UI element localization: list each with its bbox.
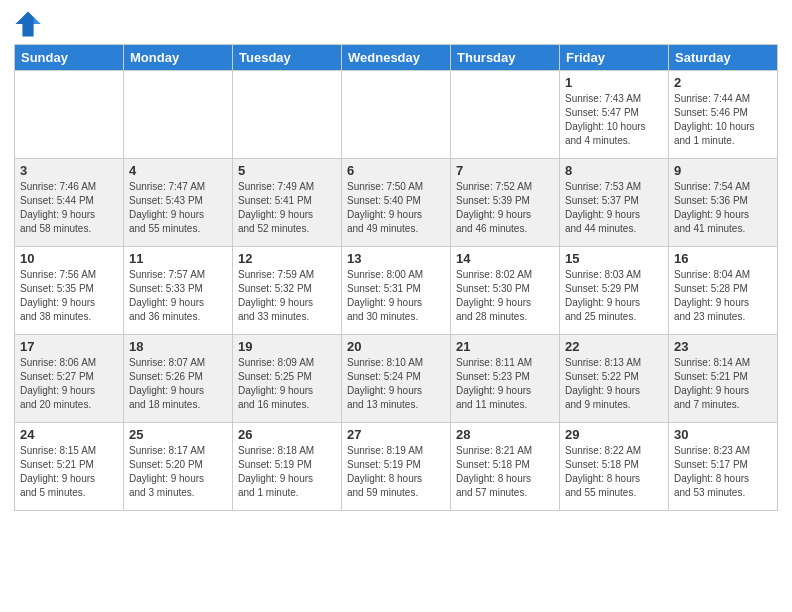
day-number: 28 (456, 427, 554, 442)
day-number: 8 (565, 163, 663, 178)
calendar-cell: 27Sunrise: 8:19 AM Sunset: 5:19 PM Dayli… (342, 423, 451, 511)
day-info: Sunrise: 7:44 AM Sunset: 5:46 PM Dayligh… (674, 92, 772, 148)
day-number: 9 (674, 163, 772, 178)
page-container: Sunday Monday Tuesday Wednesday Thursday… (0, 0, 792, 517)
page-header (14, 10, 778, 38)
calendar-cell (15, 71, 124, 159)
day-info: Sunrise: 8:14 AM Sunset: 5:21 PM Dayligh… (674, 356, 772, 412)
day-number: 2 (674, 75, 772, 90)
calendar-cell (451, 71, 560, 159)
day-number: 16 (674, 251, 772, 266)
col-tuesday: Tuesday (233, 45, 342, 71)
calendar-cell: 11Sunrise: 7:57 AM Sunset: 5:33 PM Dayli… (124, 247, 233, 335)
calendar-cell: 25Sunrise: 8:17 AM Sunset: 5:20 PM Dayli… (124, 423, 233, 511)
day-info: Sunrise: 7:56 AM Sunset: 5:35 PM Dayligh… (20, 268, 118, 324)
calendar-cell: 18Sunrise: 8:07 AM Sunset: 5:26 PM Dayli… (124, 335, 233, 423)
day-number: 29 (565, 427, 663, 442)
day-number: 6 (347, 163, 445, 178)
day-number: 11 (129, 251, 227, 266)
day-number: 7 (456, 163, 554, 178)
day-info: Sunrise: 7:49 AM Sunset: 5:41 PM Dayligh… (238, 180, 336, 236)
calendar-cell: 14Sunrise: 8:02 AM Sunset: 5:30 PM Dayli… (451, 247, 560, 335)
day-info: Sunrise: 7:53 AM Sunset: 5:37 PM Dayligh… (565, 180, 663, 236)
day-info: Sunrise: 8:09 AM Sunset: 5:25 PM Dayligh… (238, 356, 336, 412)
day-info: Sunrise: 8:00 AM Sunset: 5:31 PM Dayligh… (347, 268, 445, 324)
day-info: Sunrise: 8:11 AM Sunset: 5:23 PM Dayligh… (456, 356, 554, 412)
col-saturday: Saturday (669, 45, 778, 71)
day-info: Sunrise: 8:13 AM Sunset: 5:22 PM Dayligh… (565, 356, 663, 412)
calendar-cell: 29Sunrise: 8:22 AM Sunset: 5:18 PM Dayli… (560, 423, 669, 511)
calendar-cell: 13Sunrise: 8:00 AM Sunset: 5:31 PM Dayli… (342, 247, 451, 335)
day-info: Sunrise: 7:57 AM Sunset: 5:33 PM Dayligh… (129, 268, 227, 324)
day-info: Sunrise: 8:18 AM Sunset: 5:19 PM Dayligh… (238, 444, 336, 500)
col-thursday: Thursday (451, 45, 560, 71)
day-number: 23 (674, 339, 772, 354)
calendar-cell: 19Sunrise: 8:09 AM Sunset: 5:25 PM Dayli… (233, 335, 342, 423)
calendar-cell: 20Sunrise: 8:10 AM Sunset: 5:24 PM Dayli… (342, 335, 451, 423)
calendar-cell: 9Sunrise: 7:54 AM Sunset: 5:36 PM Daylig… (669, 159, 778, 247)
calendar-cell: 15Sunrise: 8:03 AM Sunset: 5:29 PM Dayli… (560, 247, 669, 335)
day-number: 30 (674, 427, 772, 442)
calendar-cell: 6Sunrise: 7:50 AM Sunset: 5:40 PM Daylig… (342, 159, 451, 247)
day-number: 20 (347, 339, 445, 354)
calendar-cell: 28Sunrise: 8:21 AM Sunset: 5:18 PM Dayli… (451, 423, 560, 511)
calendar-cell: 23Sunrise: 8:14 AM Sunset: 5:21 PM Dayli… (669, 335, 778, 423)
day-number: 5 (238, 163, 336, 178)
day-info: Sunrise: 7:59 AM Sunset: 5:32 PM Dayligh… (238, 268, 336, 324)
day-info: Sunrise: 7:43 AM Sunset: 5:47 PM Dayligh… (565, 92, 663, 148)
day-number: 4 (129, 163, 227, 178)
calendar-cell: 7Sunrise: 7:52 AM Sunset: 5:39 PM Daylig… (451, 159, 560, 247)
day-number: 15 (565, 251, 663, 266)
day-info: Sunrise: 8:06 AM Sunset: 5:27 PM Dayligh… (20, 356, 118, 412)
calendar-body: 1Sunrise: 7:43 AM Sunset: 5:47 PM Daylig… (15, 71, 778, 511)
calendar-cell: 8Sunrise: 7:53 AM Sunset: 5:37 PM Daylig… (560, 159, 669, 247)
day-info: Sunrise: 8:21 AM Sunset: 5:18 PM Dayligh… (456, 444, 554, 500)
calendar-cell: 21Sunrise: 8:11 AM Sunset: 5:23 PM Dayli… (451, 335, 560, 423)
calendar-cell: 24Sunrise: 8:15 AM Sunset: 5:21 PM Dayli… (15, 423, 124, 511)
calendar-cell (342, 71, 451, 159)
calendar-cell: 2Sunrise: 7:44 AM Sunset: 5:46 PM Daylig… (669, 71, 778, 159)
calendar-cell (233, 71, 342, 159)
day-info: Sunrise: 8:03 AM Sunset: 5:29 PM Dayligh… (565, 268, 663, 324)
col-wednesday: Wednesday (342, 45, 451, 71)
calendar-cell: 16Sunrise: 8:04 AM Sunset: 5:28 PM Dayli… (669, 247, 778, 335)
day-number: 18 (129, 339, 227, 354)
calendar-cell: 30Sunrise: 8:23 AM Sunset: 5:17 PM Dayli… (669, 423, 778, 511)
calendar-cell: 26Sunrise: 8:18 AM Sunset: 5:19 PM Dayli… (233, 423, 342, 511)
day-number: 21 (456, 339, 554, 354)
calendar-cell: 12Sunrise: 7:59 AM Sunset: 5:32 PM Dayli… (233, 247, 342, 335)
day-number: 1 (565, 75, 663, 90)
col-friday: Friday (560, 45, 669, 71)
calendar-header-row: Sunday Monday Tuesday Wednesday Thursday… (15, 45, 778, 71)
day-info: Sunrise: 8:17 AM Sunset: 5:20 PM Dayligh… (129, 444, 227, 500)
day-number: 19 (238, 339, 336, 354)
calendar-cell: 17Sunrise: 8:06 AM Sunset: 5:27 PM Dayli… (15, 335, 124, 423)
day-number: 3 (20, 163, 118, 178)
day-number: 22 (565, 339, 663, 354)
day-info: Sunrise: 8:19 AM Sunset: 5:19 PM Dayligh… (347, 444, 445, 500)
calendar-cell: 1Sunrise: 7:43 AM Sunset: 5:47 PM Daylig… (560, 71, 669, 159)
day-number: 24 (20, 427, 118, 442)
day-info: Sunrise: 8:04 AM Sunset: 5:28 PM Dayligh… (674, 268, 772, 324)
day-number: 10 (20, 251, 118, 266)
day-info: Sunrise: 8:15 AM Sunset: 5:21 PM Dayligh… (20, 444, 118, 500)
calendar-cell: 4Sunrise: 7:47 AM Sunset: 5:43 PM Daylig… (124, 159, 233, 247)
day-info: Sunrise: 7:46 AM Sunset: 5:44 PM Dayligh… (20, 180, 118, 236)
day-number: 25 (129, 427, 227, 442)
day-number: 26 (238, 427, 336, 442)
day-number: 13 (347, 251, 445, 266)
logo (14, 10, 46, 38)
day-info: Sunrise: 7:50 AM Sunset: 5:40 PM Dayligh… (347, 180, 445, 236)
calendar-week-row: 3Sunrise: 7:46 AM Sunset: 5:44 PM Daylig… (15, 159, 778, 247)
col-sunday: Sunday (15, 45, 124, 71)
calendar-cell: 3Sunrise: 7:46 AM Sunset: 5:44 PM Daylig… (15, 159, 124, 247)
calendar-cell (124, 71, 233, 159)
day-number: 17 (20, 339, 118, 354)
calendar-week-row: 17Sunrise: 8:06 AM Sunset: 5:27 PM Dayli… (15, 335, 778, 423)
day-info: Sunrise: 8:10 AM Sunset: 5:24 PM Dayligh… (347, 356, 445, 412)
calendar-cell: 10Sunrise: 7:56 AM Sunset: 5:35 PM Dayli… (15, 247, 124, 335)
calendar-week-row: 1Sunrise: 7:43 AM Sunset: 5:47 PM Daylig… (15, 71, 778, 159)
calendar-table: Sunday Monday Tuesday Wednesday Thursday… (14, 44, 778, 511)
day-info: Sunrise: 7:52 AM Sunset: 5:39 PM Dayligh… (456, 180, 554, 236)
day-info: Sunrise: 7:47 AM Sunset: 5:43 PM Dayligh… (129, 180, 227, 236)
